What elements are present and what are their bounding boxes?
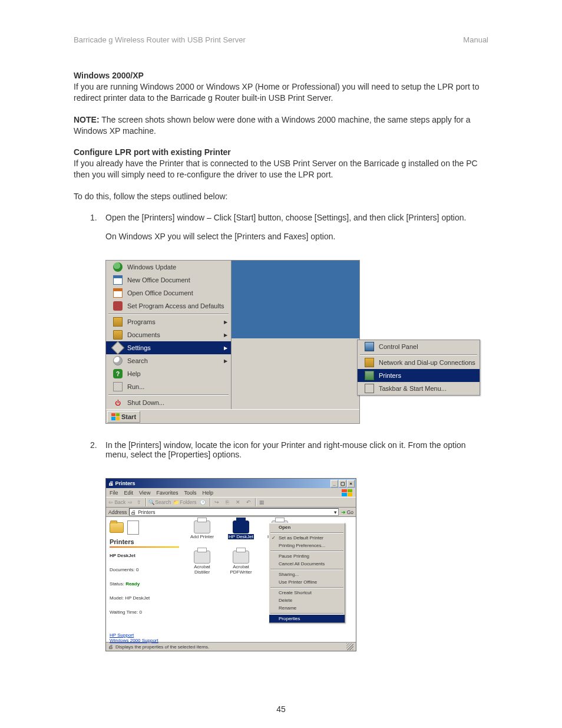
arrow-icon: ▶ — [224, 332, 227, 338]
submenu-control-panel[interactable]: Control Panel — [358, 340, 480, 353]
delete-icon[interactable]: ✕ — [234, 498, 242, 506]
move-to-icon[interactable]: ↪ — [213, 498, 221, 506]
link-hp-support[interactable]: HP Support — [110, 633, 179, 638]
menu-file[interactable]: File — [110, 490, 118, 496]
sm-help[interactable]: ?Help — [106, 367, 231, 380]
sm-programs[interactable]: Programs▶ — [106, 315, 231, 328]
model: Model: HP DeskJet — [110, 595, 179, 602]
header-right: Manual — [463, 35, 488, 44]
sm-open-office-doc[interactable]: Open Office Document — [106, 286, 231, 299]
printer-icon — [233, 521, 249, 533]
address-bar: Address 🖨 Printers ▾ ➜Go — [106, 508, 356, 517]
sm-search[interactable]: Search▶ — [106, 354, 231, 367]
printers-folder-icon: 🖨 — [108, 480, 114, 486]
minimize-button[interactable]: _ — [330, 480, 338, 487]
ctx-pause[interactable]: Pause Printing — [269, 552, 345, 560]
printers-icon-area: Add Printer HP DeskJet HP DeskJet Acroba… — [183, 517, 356, 642]
undo-icon[interactable]: ↶ — [244, 498, 253, 506]
page-header: Barricade g Wireless Router with USB Pri… — [74, 35, 488, 44]
step-1: 1. Open the [Printers] window – Click [S… — [90, 213, 488, 251]
note-block: NOTE: The screen shots shown below were … — [74, 114, 488, 137]
step-2-p1: In the [Printers] window, locate the ico… — [105, 440, 486, 459]
views-icon[interactable]: ▦ — [258, 498, 266, 506]
heading-configure: Configure LPR port with existing Printer — [74, 147, 231, 157]
help-icon: ? — [113, 369, 123, 378]
start-button[interactable]: Start — [107, 411, 140, 423]
menu-tools[interactable]: Tools — [184, 490, 196, 496]
separator — [360, 354, 477, 355]
documents-count: Documents: 0 — [110, 566, 179, 574]
link-win2000-support[interactable]: Windows 2000 Support — [110, 638, 179, 643]
go-button[interactable]: ➜Go — [341, 509, 353, 515]
note-label: NOTE: — [74, 115, 100, 124]
step-1-number: 1. — [90, 213, 105, 251]
settings-submenu: Control Panel Network and Dial-up Connec… — [357, 340, 480, 396]
document-icon — [113, 275, 123, 285]
titlebar: 🖨 Printers _ ▢ × — [106, 479, 356, 488]
history-button[interactable]: 🕑 — [199, 498, 207, 506]
menu-view[interactable]: View — [139, 490, 150, 496]
sm-windows-update[interactable]: Windows Update — [106, 261, 231, 274]
ctx-offline[interactable]: Use Printer Offline — [269, 578, 345, 586]
icon-acrobat-distiller[interactable]: Acrobat Distiller — [189, 551, 216, 575]
ctx-set-default[interactable]: Set as Default Printer — [269, 534, 345, 542]
separator — [270, 613, 343, 614]
ctx-cancel-all[interactable]: Cancel All Documents — [269, 560, 345, 568]
ctx-sharing[interactable]: Sharing... — [269, 571, 345, 578]
ctx-open[interactable]: Open — [269, 523, 345, 531]
page-icon — [127, 521, 139, 535]
step-2-number: 2. — [90, 440, 105, 469]
separator — [270, 569, 343, 569]
window-title: Printers — [115, 480, 135, 486]
ctx-delete[interactable]: Delete — [269, 597, 345, 604]
waiting-time: Waiting Time: 0 — [110, 609, 179, 616]
ctx-rename[interactable]: Rename — [269, 604, 345, 612]
menu-help[interactable]: Help — [202, 490, 213, 496]
folders-button[interactable]: 📁Folders — [173, 499, 196, 505]
sm-program-access[interactable]: Set Program Access and Defaults — [106, 299, 231, 312]
up-button[interactable]: ⇧ — [135, 498, 143, 506]
menu-edit[interactable]: Edit — [124, 490, 134, 496]
icon-add-printer[interactable]: Add Printer — [189, 521, 216, 540]
close-button[interactable]: × — [347, 480, 355, 487]
program-access-icon — [113, 301, 123, 311]
page-number: 45 — [0, 704, 562, 714]
sm-shutdown[interactable]: ⏻Shut Down... — [106, 396, 231, 409]
step-1-p1: Open the [Printers] window – Click [Star… — [105, 213, 486, 222]
sm-run[interactable]: Run... — [106, 380, 231, 393]
submenu-printers[interactable]: Printers — [358, 369, 480, 382]
sm-documents[interactable]: Documents▶ — [106, 328, 231, 341]
separator — [270, 587, 343, 588]
ctx-create-shortcut[interactable]: Create Shortcut — [269, 589, 345, 597]
separator — [270, 551, 343, 551]
menu-favorites[interactable]: Favorites — [156, 490, 178, 496]
back-button[interactable]: ⇦ Back — [108, 499, 125, 505]
sm-settings[interactable]: Settings▶ — [106, 341, 231, 354]
screenshot-printers-window: 🖨 Printers _ ▢ × File Edit View Favorite… — [105, 478, 356, 651]
copy-to-icon[interactable]: ⎘ — [223, 498, 232, 506]
ctx-properties[interactable]: Properties — [269, 615, 345, 622]
sm-new-office-doc[interactable]: New Office Document — [106, 274, 231, 286]
section-win2000xp: Windows 2000/XP If you are running Windo… — [74, 70, 488, 104]
network-icon — [365, 358, 374, 367]
address-input[interactable]: 🖨 Printers ▾ — [129, 508, 338, 516]
context-menu: Open Set as Default Printer Printing Pre… — [269, 523, 345, 623]
windows-logo-icon — [111, 413, 120, 420]
submenu-taskbar[interactable]: Taskbar & Start Menu... — [358, 382, 480, 395]
printer-name: HP DeskJet — [110, 552, 179, 559]
settings-icon — [111, 341, 125, 355]
submenu-network[interactable]: Network and Dial-up Connections — [358, 356, 480, 369]
ctx-printing-prefs[interactable]: Printing Preferences... — [269, 542, 345, 549]
resize-grip[interactable] — [346, 643, 353, 650]
dropdown-icon[interactable]: ▾ — [334, 509, 337, 515]
left-panel: Printers HP DeskJet Documents: 0 Status:… — [106, 517, 183, 642]
search-button[interactable]: 🔍Search — [148, 499, 171, 505]
icon-hp-deskjet-selected[interactable]: HP DeskJet — [227, 521, 254, 540]
forward-button[interactable]: ⇨ — [128, 499, 133, 505]
section-configure: Configure LPR port with existing Printer… — [74, 147, 488, 180]
icon-acrobat-pdfwriter[interactable]: Acrobat PDFWriter — [227, 551, 254, 575]
maximize-button[interactable]: ▢ — [339, 480, 346, 487]
printers-folder-icon: 🖨 — [131, 509, 136, 515]
globe-icon — [113, 262, 123, 272]
desktop-background — [232, 261, 359, 338]
